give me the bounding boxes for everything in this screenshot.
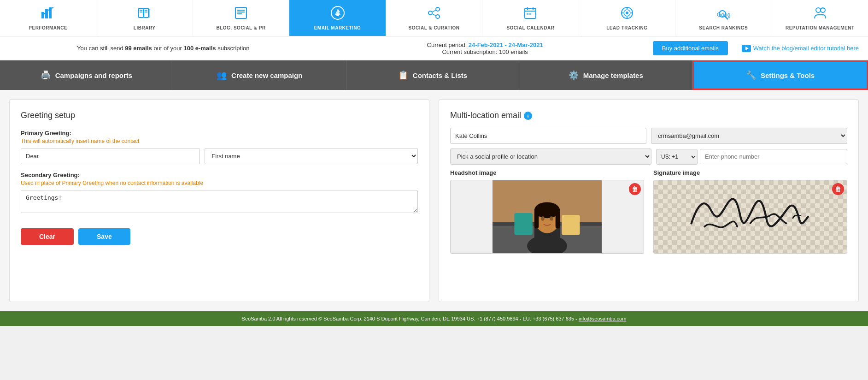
tab-settings-label: Settings & Tools — [761, 71, 815, 79]
performance-label: PERFORMANCE — [29, 25, 67, 30]
nav-item-library[interactable]: LIBRARY — [96, 0, 193, 36]
email-select[interactable]: crmsamba@gmail.com — [651, 128, 847, 144]
headshot-label: Headshot image — [450, 169, 644, 176]
email-marketing-label: EMAIL MARKETING — [314, 25, 361, 30]
nav-item-email-marketing[interactable]: EMAIL MARKETING — [289, 0, 386, 36]
reputation-icon — [813, 6, 827, 24]
search-rankings-icon: Google — [716, 6, 731, 24]
tab-manage-templates[interactable]: ⚙️ Manage templates — [519, 60, 692, 90]
svg-point-56 — [550, 216, 553, 220]
primary-greeting-group: Primary Greeting: This will automaticall… — [21, 130, 418, 164]
headshot-group: Headshot image — [450, 169, 644, 254]
svg-rect-7 — [145, 10, 147, 11]
svg-rect-9 — [148, 9, 150, 18]
search-rankings-label: SEARCH RANKINGS — [699, 25, 748, 30]
footer-email-link[interactable]: info@seosamba.com — [579, 316, 627, 321]
signature-delete-button[interactable]: 🗑 — [832, 183, 844, 195]
buy-additional-emails-button[interactable]: Buy additional emails — [653, 41, 728, 55]
primary-greeting-sublabel: This will automatically insert name of t… — [21, 138, 418, 144]
lead-tracking-label: LEAD TRACKING — [606, 25, 647, 30]
nav-item-search-rankings[interactable]: Google SEARCH RANKINGS — [675, 0, 772, 36]
nav-item-performance[interactable]: PERFORMANCE — [0, 0, 96, 36]
svg-rect-8 — [145, 12, 147, 12]
section-tabs: 🖨️ Campaigns and reports 👥 Create new ca… — [0, 60, 868, 90]
svg-rect-5 — [140, 12, 142, 12]
nav-item-reputation[interactable]: REPUTATION MANAGEMENT — [772, 0, 868, 36]
images-row: Headshot image — [450, 169, 847, 254]
svg-point-20 — [436, 15, 440, 18]
tab-create-campaign[interactable]: 👥 Create new campaign — [173, 60, 346, 90]
campaigns-icon: 🖨️ — [41, 70, 51, 80]
greeting-setup-panel: Greeting setup Primary Greeting: This wi… — [9, 99, 429, 302]
svg-point-39 — [816, 8, 821, 12]
nav-item-social-calendar[interactable]: SOCIAL CALENDAR — [482, 0, 579, 36]
blog-label: BLOG, SOCIAL & PR — [216, 25, 265, 30]
secondary-greeting-label: Secondary Greeting: — [21, 172, 418, 178]
greeting-actions: Clear Save — [21, 228, 418, 245]
tab-create-label: Create new campaign — [231, 71, 302, 79]
svg-rect-27 — [527, 13, 528, 15]
headshot-svg — [451, 180, 644, 253]
signature-image — [654, 180, 847, 253]
multi-location-title: Multi-location email i — [450, 111, 847, 120]
tab-contacts-label: Contacts & Lists — [413, 71, 467, 79]
svg-point-18 — [428, 11, 432, 15]
info-icon[interactable]: i — [524, 112, 532, 120]
lead-tracking-icon — [620, 6, 634, 24]
footer: SeoSamba 2.0 All rights reserved © SeoSa… — [0, 311, 868, 326]
main-content: Greeting setup Primary Greeting: This wi… — [0, 90, 868, 311]
library-label: LIBRARY — [134, 25, 156, 30]
svg-point-31 — [626, 12, 628, 14]
headshot-delete-button[interactable]: 🗑 — [629, 183, 641, 195]
nav-item-social-curation[interactable]: SOCIAL & CURATION — [386, 0, 482, 36]
svg-rect-28 — [529, 13, 531, 15]
svg-rect-4 — [140, 10, 142, 11]
svg-rect-13 — [237, 13, 242, 14]
phone-code-select[interactable]: US: +1 — [656, 149, 698, 165]
tab-contacts-lists[interactable]: 📋 Contacts & Lists — [346, 60, 520, 90]
social-phone-row: Pick a social profile or location US: +1 — [450, 148, 847, 165]
svg-point-55 — [541, 216, 545, 220]
footer-text: SeoSamba 2.0 All rights reserved © SeoSa… — [242, 316, 627, 321]
name-input[interactable] — [450, 128, 646, 144]
svg-rect-54 — [556, 210, 560, 229]
multi-location-title-text: Multi-location email — [450, 111, 521, 120]
signature-svg — [663, 184, 837, 249]
manage-templates-icon: ⚙️ — [569, 70, 579, 80]
blog-icon — [234, 6, 248, 24]
greetings-textarea[interactable]: Greetings! — [21, 190, 418, 213]
period-info: Current period: 24-Feb-2021 - 24-Mar-202… — [331, 42, 639, 55]
library-icon — [137, 6, 152, 24]
phone-input[interactable] — [700, 149, 847, 164]
svg-rect-47 — [514, 213, 533, 235]
multi-location-panel: Multi-location email i crmsamba@gmail.co… — [439, 99, 859, 302]
save-button[interactable]: Save — [78, 228, 130, 245]
social-profile-select[interactable]: Pick a social profile or location — [450, 148, 651, 165]
name-email-row: crmsamba@gmail.com — [450, 128, 847, 144]
clear-button[interactable]: Clear — [21, 228, 74, 245]
svg-point-19 — [436, 7, 440, 11]
svg-rect-48 — [562, 215, 580, 235]
svg-rect-12 — [237, 12, 245, 12]
greeting-setup-title: Greeting setup — [21, 111, 418, 120]
settings-icon: 🔧 — [746, 70, 756, 80]
svg-rect-53 — [534, 210, 539, 229]
watch-tutorial-link[interactable]: Watch the blog/email editor tutorial her… — [742, 45, 859, 52]
nav-item-lead-tracking[interactable]: LEAD TRACKING — [579, 0, 675, 36]
tab-manage-label: Manage templates — [583, 71, 643, 79]
phone-row: US: +1 — [656, 148, 847, 165]
signature-group: Signature image 🗑 — [653, 169, 847, 254]
headshot-container: 🗑 — [450, 180, 644, 254]
signature-label: Signature image — [653, 169, 847, 176]
performance-icon — [41, 6, 55, 24]
svg-line-21 — [432, 10, 436, 12]
svg-line-22 — [432, 14, 436, 16]
nav-item-blog[interactable]: BLOG, SOCIAL & PR — [193, 0, 289, 36]
reputation-label: REPUTATION MANAGEMENT — [786, 25, 855, 30]
social-calendar-icon — [523, 6, 538, 24]
dear-input[interactable] — [21, 148, 200, 164]
tab-settings-tools[interactable]: 🔧 Settings & Tools — [692, 60, 868, 90]
firstname-select[interactable]: First name — [205, 148, 418, 164]
social-curation-label: SOCIAL & CURATION — [409, 25, 460, 30]
tab-campaigns-reports[interactable]: 🖨️ Campaigns and reports — [0, 60, 173, 90]
